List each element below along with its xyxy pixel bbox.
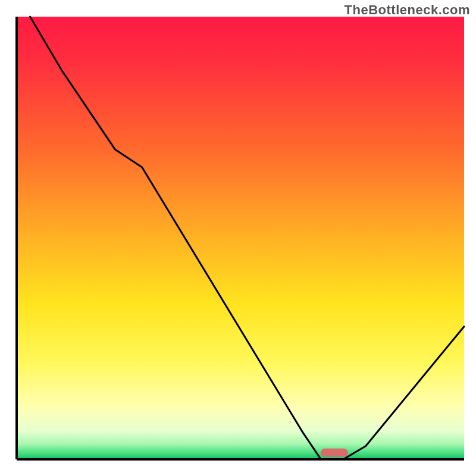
optimal-marker xyxy=(321,449,348,457)
chart-container: TheBottleneck.com xyxy=(0,0,476,476)
gradient-background xyxy=(17,17,464,459)
bottleneck-chart xyxy=(0,0,476,476)
